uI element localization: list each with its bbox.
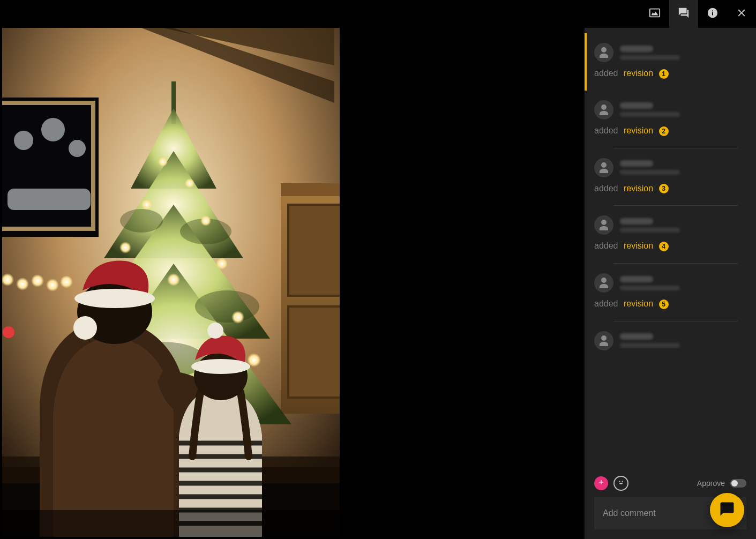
tab-comments[interactable] [669,0,698,28]
action-added: added [594,241,618,250]
svg-point-14 [3,326,14,338]
entry-action: added revision 4 [594,241,746,251]
svg-point-59 [619,481,620,482]
tab-image[interactable] [640,0,669,28]
close-button[interactable] [727,0,756,28]
entry-header [594,215,746,235]
svg-point-60 [622,481,623,482]
action-revision[interactable]: revision [624,184,653,193]
svg-rect-8 [8,189,91,210]
action-revision[interactable]: revision [624,126,653,135]
activity-entry[interactable] [585,321,756,369]
svg-point-11 [31,274,44,287]
user-name-redacted [620,218,653,224]
avatar [594,215,613,235]
svg-rect-18 [288,306,340,398]
svg-point-34 [119,242,131,253]
chat-icon [719,501,735,519]
entry-action: added revision 2 [594,126,746,136]
info-icon [707,7,718,21]
close-icon [736,7,747,21]
svg-point-46 [74,289,155,308]
entry-action: added revision 1 [594,69,746,79]
right-column: added revision 1 [585,0,756,539]
activity-panel: added revision 1 [585,28,756,539]
add-button[interactable] [594,476,608,490]
tab-bar [585,0,756,28]
revision-badge: 4 [659,242,669,251]
entry-action: added revision 3 [594,184,746,194]
revision-badge: 2 [659,126,669,136]
action-added: added [594,184,618,193]
activity-entry[interactable]: added revision 3 [585,148,756,206]
svg-point-35 [216,258,228,270]
svg-rect-17 [288,205,340,296]
action-revision[interactable]: revision [624,69,653,78]
photo-icon [649,7,661,21]
activity-entry[interactable]: added revision 1 [585,33,756,91]
svg-rect-58 [2,510,340,537]
svg-point-30 [158,157,168,167]
svg-point-56 [191,359,250,374]
svg-point-31 [185,178,194,188]
entry-header [594,331,746,350]
svg-rect-16 [281,183,340,196]
entry-action: added revision 5 [594,299,746,309]
svg-point-13 [60,275,73,288]
svg-point-36 [167,273,180,286]
svg-point-5 [14,131,33,150]
entry-header [594,43,746,62]
activity-entry[interactable]: added revision 2 [585,91,756,148]
svg-point-10 [16,278,29,290]
entry-header [594,100,746,119]
user-name-redacted [620,102,653,109]
timestamp-redacted [620,343,680,348]
user-name-redacted [620,46,653,52]
svg-point-57 [207,323,223,339]
plus-icon [597,478,605,488]
avatar [594,273,613,293]
entry-header [594,273,746,293]
user-name-redacted [620,333,653,340]
user-name-redacted [620,276,653,282]
entry-header [594,158,746,177]
action-added: added [594,69,618,78]
timestamp-redacted [620,112,680,117]
avatar [594,43,613,62]
svg-point-6 [41,118,65,141]
svg-point-33 [200,215,211,226]
activity-entry[interactable]: added revision 5 [585,264,756,321]
timestamp-redacted [620,170,680,175]
revision-badge: 1 [659,69,669,79]
intercom-launcher[interactable] [710,493,744,527]
tab-info[interactable] [698,0,727,28]
svg-point-7 [69,140,86,157]
timestamp-redacted [620,55,680,60]
approve-label: Approve [697,479,725,488]
user-name-redacted [620,160,653,167]
svg-point-25 [120,209,163,233]
emoji-button[interactable] [613,476,628,491]
action-added: added [594,299,618,308]
svg-point-32 [141,199,152,210]
timestamp-redacted [620,286,680,290]
activity-list[interactable]: added revision 1 [585,33,756,485]
approve-toggle[interactable] [730,479,746,488]
viewer-area [0,0,585,539]
question-answer-icon [678,7,690,21]
svg-point-12 [46,279,59,291]
action-added: added [594,126,618,135]
svg-point-28 [195,290,259,323]
activity-entry[interactable]: added revision 4 [585,206,756,263]
action-revision[interactable]: revision [624,241,653,250]
viewer-topbar [0,0,585,28]
main-image[interactable] [2,28,340,537]
smile-icon [616,477,626,489]
revision-badge: 5 [659,300,669,309]
svg-point-47 [73,316,97,340]
revision-badge: 3 [659,184,669,193]
avatar [594,158,613,177]
action-revision[interactable]: revision [624,299,653,308]
avatar [594,100,613,119]
avatar [594,331,613,350]
